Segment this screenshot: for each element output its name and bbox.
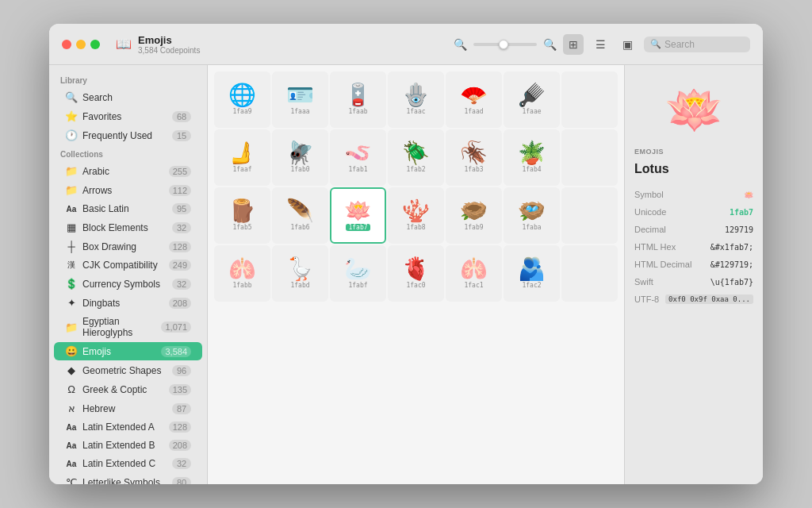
- search-icon-right: 🔍: [543, 38, 557, 51]
- sidebar-item-dingbats[interactable]: ✦ Dingbats 208: [54, 294, 202, 312]
- size-slider[interactable]: [473, 43, 537, 46]
- sidebar-item-arabic[interactable]: 📁 Arabic 255: [54, 162, 202, 180]
- sidebar-item-latin-b[interactable]: Aa Latin Extended B 208: [54, 437, 202, 454]
- sidebar-item-latin-c[interactable]: Aa Latin Extended C 32: [54, 455, 202, 472]
- sidebar-item-geometric-shapes[interactable]: ◆ Geometric Shapes 96: [54, 361, 202, 379]
- letterlike-icon: ℃: [65, 476, 78, 484]
- detail-unicode-row: Unicode 1fab7: [634, 206, 753, 217]
- emoji-cell-1faaa[interactable]: 🪪 1faaa: [272, 71, 328, 128]
- emoji-cell-1fac2[interactable]: 🫂 1fac2: [504, 245, 560, 302]
- emoji-cell-1fab5[interactable]: 🪵 1fab5: [214, 187, 270, 244]
- emoji-cell-empty-3[interactable]: [561, 187, 618, 244]
- sidebar-item-latin-a[interactable]: Aa Latin Extended A 128: [54, 418, 202, 436]
- cell-codepoint: 1fac0: [406, 282, 425, 289]
- utf8-value: 0xf0 0x9f 0xaa 0...: [665, 294, 753, 304]
- folder-icon: 📁: [65, 165, 78, 177]
- sidebar-item-hebrew[interactable]: א Hebrew 87: [54, 399, 202, 418]
- emoji-cell-empty-1[interactable]: [561, 71, 618, 128]
- sidebar-item-currency-symbols[interactable]: 💲 Currency Symbols 32: [54, 275, 202, 293]
- maximize-button[interactable]: [90, 40, 100, 49]
- emoji-grid: 🌐 1faa9 🪪 1faaa 🪫 1faab 🪬 1faac 🪭: [214, 71, 618, 302]
- emoji-cell-1faba[interactable]: 🪺 1faba: [504, 187, 560, 244]
- library-section-label: Library: [49, 71, 207, 87]
- arabic-count: 255: [169, 166, 191, 177]
- sidebar-item-search[interactable]: 🔍 Search: [54, 88, 202, 106]
- star-icon: ⭐: [65, 110, 78, 122]
- emoji-cell-1faae[interactable]: 🪮 1faae: [504, 71, 560, 128]
- sidebar-item-box-drawing[interactable]: ┼ Box Drawing 128: [54, 237, 202, 256]
- emoji-cell-1fab3[interactable]: 🪳 1fab3: [446, 129, 502, 186]
- sidebar-item-label: Latin Extended C: [82, 458, 167, 469]
- cell-codepoint: 1fab0: [290, 166, 309, 173]
- sidebar-item-arrows[interactable]: 📁 Arrows 112: [54, 181, 202, 199]
- panel-button[interactable]: ▣: [617, 34, 638, 55]
- emoji-display: 🪵: [228, 200, 256, 222]
- emoji-cell-1faac[interactable]: 🪬 1faac: [388, 71, 444, 128]
- latin-c-count: 32: [172, 458, 191, 469]
- emoji-cell-1fab2[interactable]: 🪲 1fab2: [388, 129, 444, 186]
- cell-codepoint: 1fab6: [290, 224, 309, 231]
- traffic-lights: [62, 40, 100, 49]
- detail-emoji-large: 🪷: [634, 78, 753, 141]
- detail-name: Lotus: [634, 162, 753, 176]
- sidebar-item-label: Letterlike Symbols: [82, 477, 167, 485]
- sidebar-item-label: Greek & Coptic: [82, 384, 164, 395]
- emoji-cell-1faab[interactable]: 🪫 1faab: [330, 71, 386, 128]
- sidebar-item-label: Favorites: [82, 111, 167, 122]
- titlebar: 📖 Emojis 3,584 Codepoints 🔍 🔍 ⊞ ☰ ▣ 🔍: [49, 24, 763, 65]
- cjk-icon: 漢: [65, 260, 78, 271]
- text-icon: Aa: [65, 205, 78, 214]
- close-button[interactable]: [62, 40, 71, 49]
- emoji-cell-1faaf[interactable]: 🫸 1faaf: [214, 129, 270, 186]
- emoji-cell-1fab6[interactable]: 🪶 1fab6: [272, 187, 328, 244]
- search-icon-left: 🔍: [454, 38, 467, 51]
- symbol-value: 🪷: [744, 190, 753, 199]
- emoji-cell-1fabf[interactable]: 🦢 1fabf: [330, 245, 386, 302]
- folder-icon: 📁: [65, 184, 78, 196]
- emoji-display: 🪴: [518, 142, 546, 164]
- emoji-cell-empty-4[interactable]: [561, 245, 618, 302]
- app-window: 📖 Emojis 3,584 Codepoints 🔍 🔍 ⊞ ☰ ▣ 🔍 Li…: [49, 24, 763, 484]
- sidebar-item-egyptian[interactable]: 📁 Egyptian Hieroglyphs 1,071: [54, 313, 202, 341]
- sidebar-item-label: Box Drawing: [82, 241, 164, 252]
- emoji-cell-1fab9[interactable]: 🪹 1fab9: [446, 187, 502, 244]
- cell-codepoint: 1faad: [464, 108, 483, 115]
- list-view-button[interactable]: ☰: [590, 34, 611, 55]
- emoji-cell-1fab4[interactable]: 🪴 1fab4: [504, 129, 560, 186]
- block-icon: ▦: [65, 221, 78, 233]
- html-decimal-value: &#129719;: [710, 260, 753, 269]
- sidebar-item-label: Arrows: [82, 185, 164, 196]
- emoji-cell-1fab0[interactable]: 🪰 1fab0: [272, 129, 328, 186]
- emoji-cell-1fab1[interactable]: 🪱 1fab1: [330, 129, 386, 186]
- minimize-button[interactable]: [76, 40, 86, 49]
- sidebar-item-cjk[interactable]: 漢 CJK Compatibility 249: [54, 256, 202, 274]
- sidebar-item-block-elements[interactable]: ▦ Block Elements 32: [54, 218, 202, 237]
- sidebar-item-emojis[interactable]: 😀 Emojis 3,584: [54, 342, 202, 360]
- detail-panel: 🪷 EMOJIS Lotus Symbol 🪷 Unicode 1fab7 De…: [624, 65, 763, 484]
- emoji-cell-1fabd[interactable]: 🪿 1fabd: [272, 245, 328, 302]
- sidebar-item-label: Currency Symbols: [82, 279, 167, 290]
- emoji-cell-1fabb[interactable]: 🫁 1fabb: [214, 245, 270, 302]
- emoji-cell-1faad[interactable]: 🪭 1faad: [446, 71, 502, 128]
- search-bar[interactable]: 🔍: [644, 37, 750, 52]
- emoji-cell-1fab7[interactable]: 🪷 1fab7: [330, 187, 386, 244]
- emoji-cell-1faa9[interactable]: 🌐 1faa9: [214, 71, 270, 128]
- emoji-cell-empty-2[interactable]: [561, 129, 618, 186]
- window-subtitle: 3,584 Codepoints: [138, 46, 200, 55]
- sidebar-item-greek[interactable]: Ω Greek & Coptic 135: [54, 380, 202, 398]
- emoji-cell-1fac1[interactable]: 🫁 1fac1: [446, 245, 502, 302]
- grid-view-button[interactable]: ⊞: [563, 34, 584, 55]
- sidebar-item-frequently-used[interactable]: 🕐 Frequently Used 15: [54, 126, 202, 144]
- search-input[interactable]: [665, 39, 744, 50]
- latin-b-count: 208: [169, 440, 191, 451]
- emoji-display: 🪰: [286, 142, 314, 164]
- sidebar-item-basic-latin[interactable]: Aa Basic Latin 95: [54, 200, 202, 217]
- collections-section-label: Collections: [49, 145, 207, 161]
- sidebar-item-label: Egyptian Hieroglyphs: [82, 316, 156, 338]
- clock-icon: 🕐: [65, 129, 78, 141]
- emoji-cell-1fac0[interactable]: 🫀 1fac0: [388, 245, 444, 302]
- emoji-cell-1fab8[interactable]: 🪸 1fab8: [388, 187, 444, 244]
- sidebar-item-letterlike[interactable]: ℃ Letterlike Symbols 80: [54, 473, 202, 484]
- sidebar-item-favorites[interactable]: ⭐ Favorites 68: [54, 107, 202, 125]
- cell-codepoint: 1fab5: [232, 224, 251, 231]
